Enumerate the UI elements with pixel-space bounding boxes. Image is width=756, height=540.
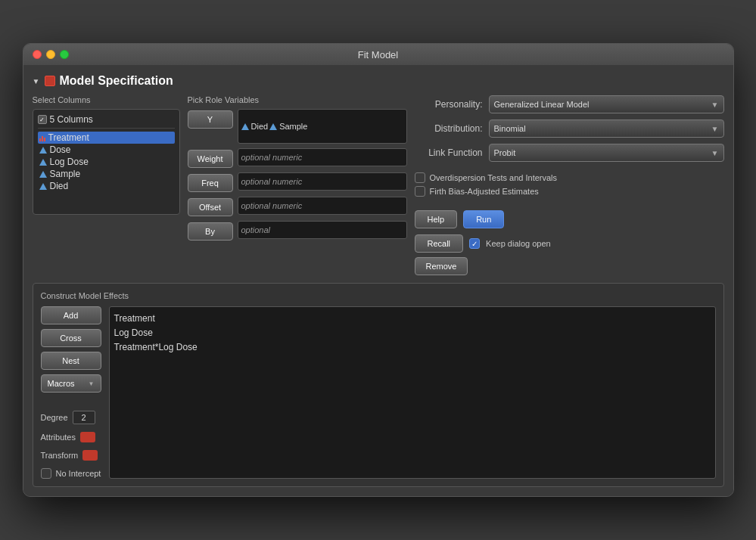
no-intercept-row: No Intercept [41, 468, 101, 479]
weight-placeholder: optional numeric [241, 153, 303, 162]
column-name: Treatment [48, 132, 89, 143]
attributes-toggle[interactable] [80, 432, 95, 442]
macros-button[interactable]: Macros ▼ [41, 374, 101, 393]
freq-input-box[interactable]: optional numeric [238, 172, 407, 191]
close-button[interactable] [33, 50, 42, 59]
minimize-button[interactable] [46, 50, 55, 59]
chevron-down-icon: ▼ [711, 149, 719, 157]
freq-role-row: Freq optional numeric [188, 172, 407, 192]
degree-input[interactable] [73, 411, 95, 424]
link-function-row: Link Function Probit ▼ [415, 144, 724, 162]
by-button[interactable]: By [188, 222, 233, 241]
section-toggle-icon[interactable]: ▼ [33, 77, 40, 85]
offset-role-row: Offset optional numeric [188, 197, 407, 216]
all-columns-checkbox[interactable] [38, 115, 47, 124]
columns-header: 5 Columns [38, 114, 175, 129]
offset-placeholder: optional numeric [241, 201, 303, 210]
column-name: Dose [50, 144, 71, 155]
degree-row: Degree [41, 411, 101, 424]
offset-button[interactable]: Offset [188, 198, 233, 216]
chevron-down-icon: ▼ [711, 125, 719, 133]
freq-button[interactable]: Freq [188, 174, 233, 192]
help-button[interactable]: Help [415, 210, 458, 228]
triangle-icon [39, 183, 47, 190]
distribution-dropdown[interactable]: Binomial ▼ [489, 119, 724, 138]
y-input-box[interactable]: Died Sample [238, 109, 407, 144]
effect-item: Treatment [114, 312, 711, 326]
model-effects-box[interactable]: Treatment Log Dose Treatment*Log Dose [109, 306, 716, 479]
distribution-value: Binomial [494, 124, 526, 133]
y-item-sample: Sample [269, 122, 307, 131]
column-name: Sample [50, 169, 81, 179]
firth-checkbox[interactable] [415, 186, 425, 197]
select-columns-label: Select Columns [33, 95, 180, 104]
transform-toggle[interactable] [82, 450, 98, 461]
remove-row: Remove [415, 257, 724, 275]
no-intercept-label: No Intercept [56, 469, 101, 478]
offset-input-box[interactable]: optional numeric [238, 197, 407, 215]
cross-button[interactable]: Cross [41, 329, 101, 347]
y-button[interactable]: Y [188, 110, 233, 129]
left-panel: Select Columns 5 Columns Treatment [33, 95, 180, 215]
effect-item: Log Dose [114, 326, 711, 340]
weight-input-box[interactable]: optional numeric [238, 148, 407, 166]
personality-label: Personality: [415, 99, 483, 110]
weight-button[interactable]: Weight [188, 150, 233, 168]
no-intercept-checkbox[interactable] [41, 468, 51, 479]
list-item[interactable]: Treatment [38, 132, 175, 144]
right-panel: Personality: Generalized Linear Model ▼ … [415, 95, 724, 275]
window-title: Fit Model [358, 49, 398, 61]
list-item[interactable]: Log Dose [38, 156, 175, 168]
help-run-row: Help Run [415, 210, 724, 228]
firth-row: Firth Bias-Adjusted Estimates [415, 186, 724, 197]
chevron-down-icon: ▼ [89, 380, 95, 387]
middle-panel: Pick Role Variables Y Died Sample [188, 95, 407, 245]
weight-role-row: Weight optional numeric [188, 148, 407, 168]
nest-button[interactable]: Nest [41, 352, 101, 370]
window-content: ▼ Model Specification Select Columns 5 C… [23, 65, 733, 496]
link-function-dropdown[interactable]: Probit ▼ [489, 144, 724, 162]
firth-label: Firth Bias-Adjusted Estimates [430, 187, 539, 196]
model-layout: Add Cross Nest Macros ▼ Degree [41, 306, 716, 479]
list-item[interactable]: Sample [38, 168, 175, 180]
attributes-label: Attributes [41, 433, 76, 442]
run-button[interactable]: Run [463, 210, 504, 228]
triangle-icon [39, 171, 47, 178]
main-window: Fit Model ▼ Model Specification Select C… [23, 43, 734, 497]
degree-label: Degree [41, 413, 68, 422]
effect-item: Treatment*Log Dose [114, 340, 711, 355]
list-item[interactable]: Dose [38, 144, 175, 156]
overdispersion-label: Overdispersion Tests and Intervals [430, 173, 558, 182]
section-icon [45, 76, 55, 86]
remove-button[interactable]: Remove [415, 257, 468, 275]
recall-row: Recall Keep dialog open [415, 234, 724, 253]
triangle-icon [241, 123, 249, 130]
column-name: Died [50, 181, 69, 191]
triangle-icon [39, 159, 47, 166]
list-item[interactable]: Died [38, 180, 175, 192]
attributes-row: Attributes [41, 432, 101, 442]
distribution-label: Distribution: [415, 123, 483, 134]
pick-role-label: Pick Role Variables [188, 95, 407, 104]
add-button[interactable]: Add [41, 306, 101, 324]
column-name: Log Dose [50, 157, 89, 167]
distribution-row: Distribution: Binomial ▼ [415, 119, 724, 138]
personality-dropdown[interactable]: Generalized Linear Model ▼ [489, 95, 724, 113]
by-input-box[interactable]: optional [238, 221, 407, 239]
chevron-down-icon: ▼ [711, 101, 719, 109]
bar-chart-icon [39, 134, 45, 141]
recall-button[interactable]: Recall [415, 234, 464, 253]
link-function-value: Probit [494, 148, 516, 157]
section-header: ▼ Model Specification [33, 74, 724, 88]
transform-row: Transform [41, 450, 101, 461]
title-bar: Fit Model [23, 44, 733, 65]
by-role-row: By optional [188, 221, 407, 241]
main-layout: Select Columns 5 Columns Treatment [33, 95, 724, 275]
link-function-label: Link Function [415, 147, 483, 158]
construct-model-effects-panel: Construct Model Effects Add Cross Nest M… [33, 283, 724, 487]
keep-dialog-checkbox[interactable] [469, 238, 480, 249]
transform-label: Transform [41, 451, 79, 460]
maximize-button[interactable] [60, 50, 69, 59]
columns-count: 5 Columns [50, 114, 93, 125]
overdispersion-checkbox[interactable] [415, 172, 425, 183]
